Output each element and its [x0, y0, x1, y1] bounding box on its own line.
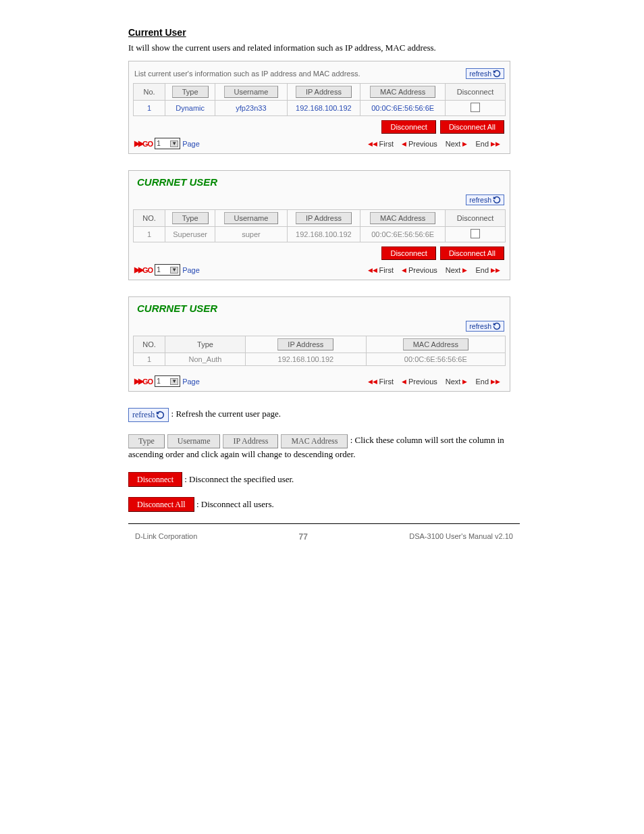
table-row: 1 Non_Auth 192.168.100.192 00:0C:6E:56:5… [134, 353, 506, 366]
sort-ip[interactable]: IP Address [296, 212, 352, 224]
col-disconnect: Disconnect [446, 210, 506, 227]
sort-mac[interactable]: MAC Address [403, 338, 468, 350]
cell-username: super [215, 227, 287, 242]
sort-type[interactable]: Type [172, 86, 209, 98]
pager-next[interactable]: Next▶ [441, 266, 472, 274]
legend-sort: Type Username IP Address MAC Address : C… [128, 434, 520, 461]
page-select[interactable]: 1▼ [155, 264, 180, 276]
intro-text: It will show the current users and relat… [128, 42, 520, 54]
footer-left: D-Link Corporation [135, 532, 197, 542]
pager: ▶▶GO 1▼ Page ◀◀First ◀Previous Next▶ End… [133, 135, 506, 149]
panel-dynamic-users: List current user's information such as … [128, 61, 510, 154]
pager-next[interactable]: Next▶ [441, 377, 472, 386]
pager-end[interactable]: End▶▶ [471, 377, 504, 386]
pager: ▶▶GO 1▼ Page ◀◀First ◀Previous Next▶ End… [133, 261, 506, 276]
section-title: Current User [128, 27, 520, 38]
user-table: No. Type Username IP Address MAC Address… [133, 83, 506, 116]
chevron-down-icon: ▼ [170, 140, 178, 147]
panel-nonauth: CURRNET USER refresh NO. Type IP Address… [128, 296, 510, 392]
sort-type[interactable]: Type [172, 212, 209, 224]
table-row: 1 Dynamic yfp23n33 192.168.100.192 00:0C… [134, 101, 506, 116]
refresh-icon [493, 70, 501, 78]
page-footer: D-Link Corporation 77 DSA-3100 User's Ma… [128, 528, 520, 542]
sample-type: Type [128, 434, 165, 448]
pager-first[interactable]: ◀◀First [364, 377, 398, 386]
legend-disconnect-text: : Disconnect the specified user. [184, 474, 294, 484]
cell-ip: 192.168.100.192 [287, 101, 360, 116]
page-select[interactable]: 1▼ [155, 138, 180, 149]
pager-previous[interactable]: ◀Previous [398, 140, 441, 148]
cell-no: 1 [134, 227, 165, 242]
col-no: NO. [134, 210, 165, 227]
panel2-title: CURRNET USER [133, 175, 506, 192]
refresh-button[interactable]: refresh [466, 321, 504, 332]
cell-type: Non_Auth [165, 353, 246, 366]
footer-page-number: 77 [299, 532, 308, 542]
pager: ▶▶GO 1▼ Page ◀◀First ◀Previous Next▶ End… [133, 373, 506, 387]
col-ip: IP Address [246, 336, 367, 353]
cell-no: 1 [134, 353, 165, 366]
page-label: Page [182, 266, 200, 274]
sample-mac: MAC Address [281, 434, 348, 448]
pager-previous[interactable]: ◀Previous [398, 266, 441, 274]
chevron-down-icon: ▼ [170, 267, 178, 273]
col-ip: IP Address [287, 210, 360, 227]
pager-previous[interactable]: ◀Previous [398, 377, 441, 386]
disconnect-all-button[interactable]: Disconnect All [440, 120, 504, 134]
col-type: Type [165, 84, 215, 101]
sample-disconnect: Disconnect [128, 472, 182, 487]
legend-refresh: refresh : Refresh the current user page. [128, 408, 520, 422]
pager-end[interactable]: End▶▶ [471, 140, 504, 148]
col-ip: IP Address [287, 84, 360, 101]
user-table: NO. Type IP Address MAC Address 1 Non_Au… [133, 336, 506, 366]
panel3-title: CURRNET USER [133, 301, 506, 318]
page-label: Page [182, 140, 200, 148]
panel-superuser: CURRNET USER refresh NO. Type Username I… [128, 170, 510, 280]
col-type: Type [165, 210, 215, 227]
pager-first[interactable]: ◀◀First [364, 266, 398, 274]
disconnect-all-button[interactable]: Disconnect All [440, 246, 504, 260]
refresh-button[interactable]: refresh [466, 68, 504, 79]
sort-username[interactable]: Username [224, 86, 279, 98]
refresh-icon [156, 411, 165, 419]
footer-rule [128, 523, 520, 524]
col-disconnect: Disconnect [446, 84, 506, 101]
disconnect-button[interactable]: Disconnect [381, 246, 435, 260]
col-no: NO. [134, 336, 165, 353]
sort-mac[interactable]: MAC Address [370, 86, 435, 98]
sample-username: Username [167, 434, 221, 448]
legend-disconnect-all-text: : Disconnect all users. [196, 499, 274, 509]
col-username: Username [215, 84, 287, 101]
refresh-icon [493, 196, 501, 204]
go-button[interactable]: ▶▶GO [134, 377, 153, 386]
cell-ip: 192.168.100.192 [287, 227, 360, 242]
cell-username: yfp23n33 [215, 101, 287, 116]
disconnect-button[interactable]: Disconnect [381, 120, 435, 134]
cell-ip: 192.168.100.192 [246, 353, 367, 366]
pager-first[interactable]: ◀◀First [364, 140, 398, 148]
sample-disconnect-all: Disconnect All [128, 497, 194, 512]
cell-type: Superuser [165, 227, 215, 242]
col-type: Type [165, 336, 246, 353]
panel1-caption: List current user's information such as … [134, 70, 360, 78]
sort-ip[interactable]: IP Address [296, 86, 352, 98]
pager-end[interactable]: End▶▶ [471, 266, 504, 274]
footer-right: DSA-3100 User's Manual v2.10 [409, 532, 513, 542]
disconnect-checkbox[interactable] [471, 103, 480, 112]
col-mac: MAC Address [360, 210, 446, 227]
go-button[interactable]: ▶▶GO [134, 265, 153, 274]
cell-mac: 00:0C:6E:56:56:6E [360, 227, 446, 242]
cell-mac: 00:0C:6E:56:56:6E [360, 101, 446, 116]
pager-next[interactable]: Next▶ [441, 140, 472, 148]
disconnect-checkbox[interactable] [471, 229, 480, 238]
refresh-button-sample: refresh [128, 408, 169, 422]
refresh-button[interactable]: refresh [466, 194, 504, 205]
sort-mac[interactable]: MAC Address [370, 212, 435, 224]
sort-username[interactable]: Username [224, 212, 279, 224]
sort-ip[interactable]: IP Address [277, 338, 333, 350]
page-select[interactable]: 1▼ [155, 375, 180, 387]
user-table: NO. Type Username IP Address MAC Address… [133, 209, 506, 242]
cell-disconnect [446, 101, 506, 116]
sample-ip: IP Address [223, 434, 278, 448]
go-button[interactable]: ▶▶GO [134, 139, 153, 148]
